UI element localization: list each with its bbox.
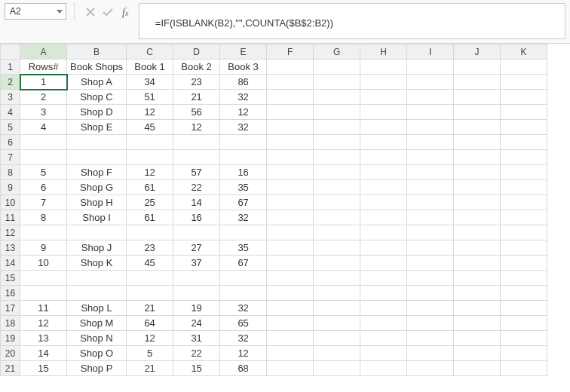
cell-K12[interactable]: [501, 225, 547, 240]
cell-F3[interactable]: [267, 90, 314, 105]
cell-F8[interactable]: [267, 165, 314, 180]
cell-G9[interactable]: [314, 180, 360, 195]
cell-H17[interactable]: [360, 301, 407, 316]
cell-C3[interactable]: 51: [127, 90, 173, 105]
cell-E16[interactable]: [220, 286, 267, 301]
cell-H8[interactable]: [360, 165, 407, 180]
row-header-8[interactable]: 8: [1, 165, 20, 180]
cell-H6[interactable]: [360, 135, 407, 150]
cell-E19[interactable]: 32: [220, 331, 267, 346]
cell-A18[interactable]: 12: [20, 316, 67, 331]
row-header-14[interactable]: 14: [1, 256, 20, 271]
column-header-C[interactable]: C: [127, 44, 173, 60]
enter-icon[interactable]: [103, 8, 113, 17]
cell-A21[interactable]: 15: [20, 361, 67, 376]
cell-J5[interactable]: [454, 120, 501, 135]
cell-F10[interactable]: [267, 195, 314, 210]
column-header-F[interactable]: F: [267, 44, 314, 60]
cell-H21[interactable]: [360, 361, 407, 376]
cell-E12[interactable]: [220, 225, 267, 240]
cell-F4[interactable]: [267, 105, 314, 120]
cell-J4[interactable]: [454, 105, 501, 120]
cell-I14[interactable]: [407, 256, 454, 271]
cell-C16[interactable]: [127, 286, 173, 301]
cell-E4[interactable]: 12: [220, 105, 267, 120]
cell-J19[interactable]: [454, 331, 501, 346]
cell-E1[interactable]: Book 3: [220, 60, 267, 75]
cell-G20[interactable]: [314, 346, 360, 361]
cell-B5[interactable]: Shop E: [67, 120, 127, 135]
cell-J17[interactable]: [454, 301, 501, 316]
cell-E10[interactable]: 67: [220, 195, 267, 210]
cell-K5[interactable]: [501, 120, 547, 135]
cell-F2[interactable]: [267, 75, 314, 90]
cell-K3[interactable]: [501, 90, 547, 105]
column-header-G[interactable]: G: [314, 44, 360, 60]
cell-D17[interactable]: 19: [173, 301, 220, 316]
cell-A7[interactable]: [20, 150, 67, 165]
row-header-16[interactable]: 16: [1, 286, 20, 301]
cell-K8[interactable]: [501, 165, 547, 180]
column-header-J[interactable]: J: [454, 44, 501, 60]
cell-D20[interactable]: 22: [173, 346, 220, 361]
cell-E21[interactable]: 68: [220, 361, 267, 376]
cell-J21[interactable]: [454, 361, 501, 376]
row-header-6[interactable]: 6: [1, 135, 20, 150]
cell-F5[interactable]: [267, 120, 314, 135]
cell-C8[interactable]: 12: [127, 165, 173, 180]
spreadsheet-grid[interactable]: ABCDEFGHIJK1Rows#Book ShopsBook 1Book 2B…: [0, 44, 570, 376]
cell-A19[interactable]: 13: [20, 331, 67, 346]
cell-E9[interactable]: 35: [220, 180, 267, 195]
cell-G5[interactable]: [314, 120, 360, 135]
cell-K20[interactable]: [501, 346, 547, 361]
cell-G19[interactable]: [314, 331, 360, 346]
cell-H3[interactable]: [360, 90, 407, 105]
cell-F15[interactable]: [267, 271, 314, 286]
cell-C13[interactable]: 23: [127, 240, 173, 256]
cell-G18[interactable]: [314, 316, 360, 331]
cell-I20[interactable]: [407, 346, 454, 361]
cell-J6[interactable]: [454, 135, 501, 150]
cell-A4[interactable]: 3: [20, 105, 67, 120]
cell-A20[interactable]: 14: [20, 346, 67, 361]
cell-D10[interactable]: 14: [173, 195, 220, 210]
cell-B20[interactable]: Shop O: [67, 346, 127, 361]
cell-B2[interactable]: Shop A: [67, 75, 127, 90]
cell-E17[interactable]: 32: [220, 301, 267, 316]
cell-D21[interactable]: 15: [173, 361, 220, 376]
cell-C10[interactable]: 25: [127, 195, 173, 210]
cell-D6[interactable]: [173, 135, 220, 150]
row-header-20[interactable]: 20: [1, 346, 20, 361]
cell-H2[interactable]: [360, 75, 407, 90]
cell-H12[interactable]: [360, 225, 407, 240]
cell-B6[interactable]: [67, 135, 127, 150]
cell-J13[interactable]: [454, 240, 501, 256]
cell-G3[interactable]: [314, 90, 360, 105]
cell-I3[interactable]: [407, 90, 454, 105]
cell-J14[interactable]: [454, 256, 501, 271]
column-header-A[interactable]: A: [20, 44, 67, 60]
cell-E7[interactable]: [220, 150, 267, 165]
cell-I6[interactable]: [407, 135, 454, 150]
row-header-5[interactable]: 5: [1, 120, 20, 135]
cell-F19[interactable]: [267, 331, 314, 346]
cell-I10[interactable]: [407, 195, 454, 210]
cell-E14[interactable]: 67: [220, 256, 267, 271]
cell-I1[interactable]: [407, 60, 454, 75]
cell-E6[interactable]: [220, 135, 267, 150]
cell-K1[interactable]: [501, 60, 547, 75]
cell-D16[interactable]: [173, 286, 220, 301]
row-header-9[interactable]: 9: [1, 180, 20, 195]
cell-I11[interactable]: [407, 210, 454, 225]
cell-K21[interactable]: [501, 361, 547, 376]
cell-G21[interactable]: [314, 361, 360, 376]
cell-A16[interactable]: [20, 286, 67, 301]
cell-I2[interactable]: [407, 75, 454, 90]
row-header-21[interactable]: 21: [1, 361, 20, 376]
cell-K7[interactable]: [501, 150, 547, 165]
cell-C11[interactable]: 61: [127, 210, 173, 225]
cell-B9[interactable]: Shop G: [67, 180, 127, 195]
cell-I4[interactable]: [407, 105, 454, 120]
cell-F7[interactable]: [267, 150, 314, 165]
cell-D15[interactable]: [173, 271, 220, 286]
